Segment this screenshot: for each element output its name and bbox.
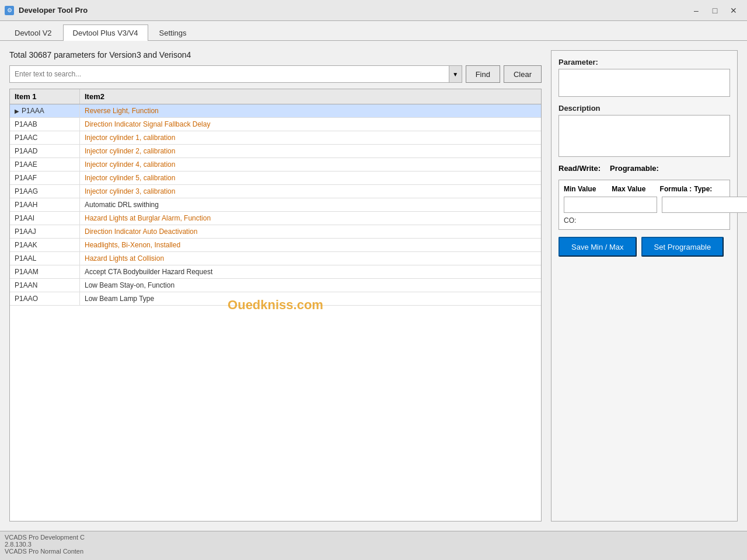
table-row[interactable]: P1AAMAccept CTA Bodybuilder Hazard Reque… (10, 265, 541, 279)
table-row[interactable]: P1AAKHeadlights, Bi-Xenon, Installed (10, 239, 541, 252)
minmax-section: Min Value Max Value Formula : Type: CO: (558, 180, 730, 230)
description-section: Description (558, 104, 730, 157)
table-row[interactable]: P1AAOLow Beam Lamp Type (10, 292, 541, 306)
main-content: Total 30687 parameters for Version3 and … (0, 41, 747, 531)
formula-type-header: Formula : Type: (660, 185, 725, 193)
search-input-wrap: ▼ (9, 65, 462, 83)
parameters-table: Item 1 Item2 ▶P1AAAReverse Light, Functi… (9, 89, 542, 522)
maximize-button[interactable]: □ (706, 4, 724, 18)
cell-item2: Low Beam Lamp Type (80, 292, 541, 305)
set-programable-button[interactable]: Set Programable (641, 237, 724, 257)
cell-item1: P1AAJ (10, 225, 80, 238)
action-buttons: Save Min / Max Set Programable (558, 237, 730, 257)
left-panel: Total 30687 parameters for Version3 and … (9, 50, 542, 522)
programable-label: Programable: (610, 164, 659, 173)
table-body: ▶P1AAAReverse Light, FunctionP1AABDirect… (10, 104, 541, 521)
formula-label: Formula : (660, 185, 692, 193)
cell-item2: Low Beam Stay-on, Function (80, 279, 541, 292)
selected-arrow-icon: ▶ (15, 108, 19, 114)
cell-item1: P1AAH (10, 198, 80, 211)
table-row[interactable]: P1AALHazard Lights at Collision (10, 252, 541, 265)
app-icon: ⚙ (5, 6, 14, 15)
max-value-label: Max Value (612, 185, 655, 193)
cell-item2: Accept CTA Bodybuilder Hazard Request (80, 265, 541, 278)
minimize-button[interactable]: – (687, 4, 705, 18)
type-label: Type: (694, 185, 712, 193)
cell-item1: P1AAL (10, 252, 80, 265)
title-bar-left: ⚙ Developer Tool Pro (5, 6, 88, 15)
cell-item1: P1AAO (10, 292, 80, 305)
bottom-bar: VCADS Pro Development C 2.8.130.3 VCADS … (0, 531, 747, 560)
close-button[interactable]: ✕ (725, 4, 742, 18)
description-input[interactable] (558, 115, 730, 157)
max-value-input[interactable] (662, 197, 747, 213)
tab-bar: Devtool V2 Devtool Plus V3/V4 Settings (0, 21, 747, 41)
cell-item2: Automatic DRL swithing (80, 198, 541, 211)
table-header: Item 1 Item2 (10, 89, 541, 104)
table-row[interactable]: P1AAGInjector cylinder 3, calibration (10, 185, 541, 198)
parameter-label: Parameter: (558, 58, 730, 66)
col-item2-header: Item2 (80, 89, 541, 104)
clear-button[interactable]: Clear (504, 65, 542, 83)
cell-item1: ▶P1AAA (10, 104, 80, 117)
minmax-header: Min Value Max Value Formula : Type: (564, 185, 725, 193)
cell-item1: P1AAG (10, 185, 80, 198)
title-controls: – □ ✕ (687, 4, 742, 18)
cell-item2: Direction Indicator Signal Fallback Dela… (80, 118, 541, 131)
table-row[interactable]: P1AANLow Beam Stay-on, Function (10, 279, 541, 292)
cell-item1: P1AAI (10, 212, 80, 225)
bottom-line-1: VCADS Pro Development C (5, 534, 742, 541)
min-value-label: Min Value (564, 185, 607, 193)
search-dropdown-button[interactable]: ▼ (449, 66, 462, 82)
save-min-max-button[interactable]: Save Min / Max (558, 237, 637, 257)
bottom-line-2: 2.8.130.3 (5, 541, 742, 548)
parameter-section: Parameter: (558, 58, 730, 97)
table-row[interactable]: P1AAJDirection Indicator Auto Deactivati… (10, 225, 541, 239)
table-row[interactable]: P1AAEInjector cylinder 4, calibration (10, 158, 541, 172)
cell-item2: Headlights, Bi-Xenon, Installed (80, 239, 541, 251)
cell-item1: P1AAF (10, 172, 80, 184)
cell-item1: P1AAC (10, 131, 80, 144)
tab-settings[interactable]: Settings (149, 24, 197, 41)
readwrite-row: Read/Write: Programable: (558, 164, 730, 173)
title-bar: ⚙ Developer Tool Pro – □ ✕ (0, 0, 747, 21)
table-row[interactable]: P1AAIHazard Lights at Burglar Alarm, Fun… (10, 212, 541, 225)
search-input[interactable] (10, 68, 449, 80)
table-row[interactable]: P1AAHAutomatic DRL swithing (10, 198, 541, 212)
search-bar: ▼ Find Clear (9, 65, 542, 83)
app-title: Developer Tool Pro (19, 6, 88, 15)
cell-item2: Hazard Lights at Collision (80, 252, 541, 265)
table-row[interactable]: P1AACInjector cylinder 1, calibration (10, 131, 541, 145)
readwrite-label: Read/Write: (558, 164, 601, 173)
description-label: Description (558, 104, 730, 113)
cell-item1: P1AAK (10, 239, 80, 251)
cell-item2: Injector cylinder 4, calibration (80, 158, 541, 171)
table-row[interactable]: ▶P1AAAReverse Light, Function (10, 104, 541, 118)
cell-item1: P1AAE (10, 158, 80, 171)
table-row[interactable]: P1AADInjector cylinder 2, calibration (10, 145, 541, 158)
co-label: CO: (564, 216, 725, 225)
cell-item1: P1AAD (10, 145, 80, 158)
cell-item1: P1AAM (10, 265, 80, 278)
bottom-line-3: VCADS Pro Normal Conten (5, 548, 742, 555)
main-window: ⚙ Developer Tool Pro – □ ✕ Devtool V2 De… (0, 0, 747, 560)
cell-item2: Injector cylinder 2, calibration (80, 145, 541, 158)
total-label: Total 30687 parameters for Version3 and … (9, 50, 542, 60)
tab-devtool-plus[interactable]: Devtool Plus V3/V4 (63, 24, 148, 41)
find-button[interactable]: Find (466, 65, 500, 83)
col-item1-header: Item 1 (10, 89, 80, 104)
minmax-inputs (564, 197, 725, 213)
min-value-input[interactable] (564, 197, 657, 213)
cell-item2: Injector cylinder 5, calibration (80, 172, 541, 184)
parameter-value (558, 69, 730, 97)
tab-devtool-v2[interactable]: Devtool V2 (5, 24, 62, 41)
cell-item2: Injector cylinder 3, calibration (80, 185, 541, 198)
table-row[interactable]: P1AABDirection Indicator Signal Fallback… (10, 118, 541, 131)
right-panel: Parameter: Description Read/Write: Progr… (551, 50, 738, 522)
cell-item1: P1AAN (10, 279, 80, 292)
table-row[interactable]: P1AAFInjector cylinder 5, calibration (10, 172, 541, 185)
cell-item1: P1AAB (10, 118, 80, 131)
cell-item2: Hazard Lights at Burglar Alarm, Function (80, 212, 541, 225)
cell-item2: Injector cylinder 1, calibration (80, 131, 541, 144)
cell-item2: Reverse Light, Function (80, 104, 541, 117)
